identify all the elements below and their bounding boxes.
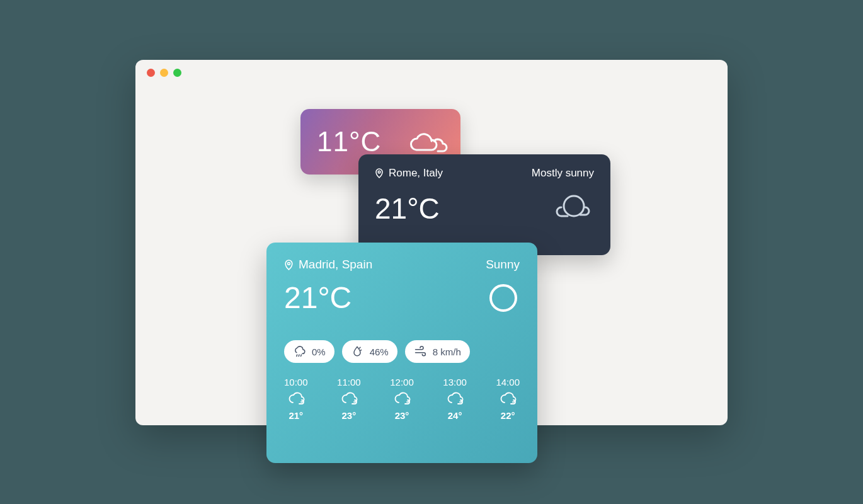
condition-text: Mostly sunny xyxy=(532,167,594,180)
hour-item: 13:00 24° xyxy=(443,377,467,421)
precipitation-value: 0% xyxy=(312,346,326,357)
weather-widget-medium[interactable]: Rome, Italy Mostly sunny 21°C xyxy=(358,154,610,255)
hour-time: 12:00 xyxy=(390,377,414,387)
partly-cloudy-icon xyxy=(550,191,594,226)
hour-item: 11:00 23° xyxy=(337,377,361,421)
cloudy-icon xyxy=(498,391,517,406)
hour-time: 10:00 xyxy=(284,377,308,387)
wind-icon xyxy=(414,345,426,358)
hour-temp: 23° xyxy=(395,410,409,421)
hour-item: 12:00 23° xyxy=(390,377,414,421)
cloudy-icon xyxy=(445,391,464,406)
minimize-window-button[interactable] xyxy=(160,69,168,77)
humidity-pill: 46% xyxy=(342,340,397,363)
cloudy-icon xyxy=(392,391,411,406)
metrics-row: 0% 46% 8 km/h xyxy=(284,340,520,363)
app-window: 11°C Rome, Italy Mostly sunny 21° xyxy=(135,60,728,425)
weather-widget-large[interactable]: Madrid, Spain Sunny 21°C 0% xyxy=(266,243,537,463)
svg-point-1 xyxy=(564,196,584,216)
wind-value: 8 km/h xyxy=(433,346,461,357)
location-label: Rome, Italy xyxy=(375,167,443,180)
maximize-window-button[interactable] xyxy=(173,69,181,77)
condition-text: Sunny xyxy=(486,258,520,272)
hour-time: 11:00 xyxy=(337,377,361,387)
hour-item: 10:00 21° xyxy=(284,377,308,421)
hour-temp: 23° xyxy=(342,410,357,421)
humidity-icon xyxy=(351,345,363,358)
temperature-value: 11°C xyxy=(317,126,381,158)
rain-icon xyxy=(293,345,306,358)
location-label: Madrid, Spain xyxy=(284,258,372,272)
svg-point-0 xyxy=(378,171,380,173)
hour-temp: 22° xyxy=(501,410,515,421)
cloudy-icon xyxy=(340,391,358,406)
humidity-value: 46% xyxy=(370,346,389,357)
hour-item: 14:00 22° xyxy=(496,377,520,421)
temperature-value: 21°C xyxy=(375,192,440,226)
window-title-bar xyxy=(135,60,728,85)
hour-time: 13:00 xyxy=(443,377,467,387)
location-text: Rome, Italy xyxy=(389,167,443,180)
hour-time: 14:00 xyxy=(496,377,520,387)
hour-temp: 21° xyxy=(289,410,303,421)
sun-icon xyxy=(487,282,520,314)
close-window-button[interactable] xyxy=(147,69,155,77)
svg-point-2 xyxy=(288,262,290,265)
location-text: Madrid, Spain xyxy=(299,258,372,272)
precipitation-pill: 0% xyxy=(284,340,334,363)
hour-temp: 24° xyxy=(448,410,462,421)
pin-icon xyxy=(375,168,384,178)
temperature-value: 21°C xyxy=(284,280,351,315)
svg-point-3 xyxy=(491,285,516,311)
pin-icon xyxy=(284,260,294,270)
hourly-forecast: 10:00 21° 11:00 23° 12:00 23° 13:00 24° … xyxy=(284,377,520,421)
wind-pill: 8 km/h xyxy=(405,340,470,363)
cloudy-icon xyxy=(287,391,306,406)
